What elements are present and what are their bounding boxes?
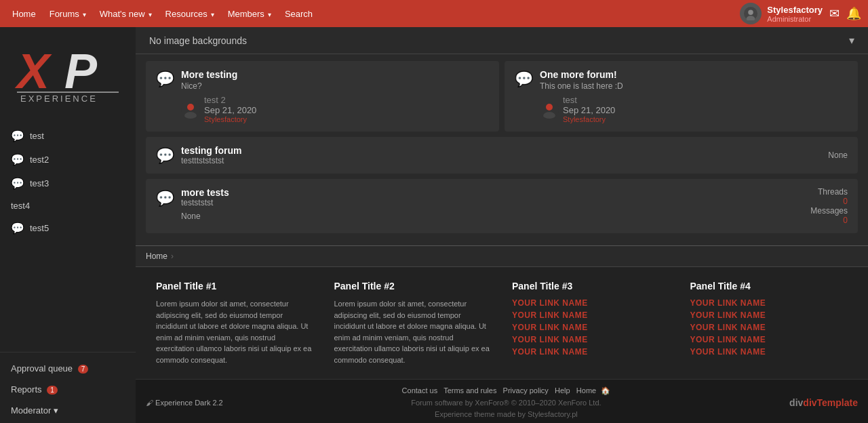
sidebar-item-test2[interactable]: 💬 test2	[0, 148, 136, 172]
forum-row-more-tests: 💬 more tests testststst None Threads 0 M…	[146, 179, 858, 233]
nav-home[interactable]: Home	[7, 0, 41, 27]
svg-text:EXPERIENCE: EXPERIENCE	[20, 94, 98, 104]
approval-badge: 7	[78, 365, 89, 374]
svg-rect-5	[17, 92, 119, 93]
last-by-1: Stylesfactory	[204, 115, 256, 123]
panel-3-link-1[interactable]: YOUR LINK NAME	[512, 298, 670, 308]
avatar-1	[181, 100, 200, 119]
svg-text:X: X	[14, 44, 52, 98]
panel-4-link-1[interactable]: YOUR LINK NAME	[690, 298, 848, 308]
user-avatar[interactable]	[740, 3, 762, 24]
sidebar-item-test[interactable]: 💬 test	[0, 124, 136, 148]
user-role: Administrator	[767, 15, 823, 23]
breadcrumb-home[interactable]: Home	[146, 251, 167, 261]
main-layout: X P EXPERIENCE 💬 test 💬 test2 💬 te	[0, 27, 868, 423]
nav-search[interactable]: Search	[279, 0, 318, 27]
forum-row-icon-more: 💬	[156, 190, 174, 207]
forum-row-desc-testing: testttstststst	[181, 156, 821, 165]
nav-right: Stylesfactory Administrator ✉ 🔔	[740, 3, 861, 24]
forum-row-title-testing[interactable]: testing forum	[181, 145, 821, 156]
sidebar-nav: 💬 test 💬 test2 💬 test3 test4 💬 test5	[0, 117, 136, 352]
svg-text:P: P	[64, 44, 98, 98]
forum-row-body-testing: testing forum testttstststst	[181, 145, 821, 165]
panel-4-link-5[interactable]: YOUR LINK NAME	[690, 347, 848, 357]
last-info-2: test Sep 21, 2020 Stylesfactory	[563, 95, 615, 123]
footer-home[interactable]: Home	[576, 386, 596, 395]
svg-point-1	[749, 9, 754, 15]
panel-4-link-3[interactable]: YOUR LINK NAME	[690, 323, 848, 332]
forum-grid: 💬 More testing Nice?	[146, 61, 858, 132]
svg-point-8	[187, 104, 194, 110]
sidebar-approval-queue[interactable]: Approval queue 7	[0, 358, 136, 379]
avatar-2	[540, 100, 559, 119]
forum-row-icon-testing: 💬	[156, 147, 174, 165]
paintbrush-icon: 🖌	[146, 399, 153, 407]
panel-text-2: Lorem ipsum dolor sit amet, consectetur …	[334, 298, 492, 365]
panel-3-link-5[interactable]: YOUR LINK NAME	[512, 347, 670, 357]
messages-icon[interactable]: ✉	[829, 6, 840, 21]
sidebar-icon-test5: 💬	[11, 222, 24, 235]
panel-3-link-3[interactable]: YOUR LINK NAME	[512, 323, 670, 332]
main-content: No image backgrounds ▾ 💬 More testing Ni…	[136, 27, 868, 423]
last-user-1: test 2	[204, 95, 256, 105]
forum-row-testing: 💬 testing forum testttstststst None	[146, 137, 858, 174]
forum-card-title-1[interactable]: More testing	[181, 69, 489, 80]
forum-row-none-more: None	[181, 212, 787, 221]
panel-2: Panel Title #2 Lorem ipsum dolor sit ame…	[324, 281, 502, 365]
forum-card-desc-1: Nice?	[181, 81, 489, 91]
last-user-2: test	[563, 95, 615, 105]
panel-4-link-4[interactable]: YOUR LINK NAME	[690, 335, 848, 344]
forum-card-1: 💬 More testing Nice?	[146, 61, 499, 132]
user-info: Stylesfactory Administrator	[740, 3, 823, 24]
banner-chevron-icon[interactable]: ▾	[849, 34, 854, 47]
sidebar-item-test5[interactable]: 💬 test5	[0, 216, 136, 240]
sidebar-icon-test3: 💬	[11, 177, 24, 190]
forum-section: 💬 More testing Nice?	[136, 54, 868, 245]
nav-forums[interactable]: Forums	[44, 0, 92, 27]
nav-resources[interactable]: Resources	[160, 0, 220, 27]
banner[interactable]: No image backgrounds ▾	[136, 27, 868, 54]
sidebar-reports[interactable]: Reports 1	[0, 379, 136, 400]
sidebar-item-test3[interactable]: 💬 test3	[0, 172, 136, 195]
svg-point-11	[546, 104, 553, 110]
footer-help[interactable]: Help	[555, 386, 570, 395]
breadcrumb-sep: ›	[171, 251, 174, 261]
notifications-icon[interactable]: 🔔	[846, 6, 861, 21]
panel-title-1: Panel Title #1	[156, 281, 314, 291]
sidebar: X P EXPERIENCE 💬 test 💬 test2 💬 te	[0, 27, 136, 423]
last-info-1: test 2 Sep 21, 2020 Stylesfactory	[204, 95, 256, 123]
forum-card-body-2: One more forum! This one is last here :D	[540, 69, 848, 123]
forum-card-body-1: More testing Nice? test	[181, 69, 489, 123]
nav-members[interactable]: Members	[222, 0, 277, 27]
theme-link[interactable]: Experience Dark 2.2	[155, 399, 223, 407]
footer-contact[interactable]: Contact us	[402, 386, 438, 395]
panel-3-link-4[interactable]: YOUR LINK NAME	[512, 335, 670, 344]
forum-row-body-more: more tests testststst None	[181, 187, 787, 221]
nav-whats-new[interactable]: What's new	[94, 0, 157, 27]
last-by-2: Stylesfactory	[563, 115, 615, 123]
panel-4-link-2[interactable]: YOUR LINK NAME	[690, 310, 848, 320]
footer-branding: divdivTemplate	[789, 397, 858, 408]
footer-privacy[interactable]: Privacy policy	[503, 386, 549, 395]
home-icon: 🏠	[601, 386, 610, 395]
threads-val: 0	[843, 197, 848, 206]
panel-title-4: Panel Title #4	[690, 281, 848, 291]
forum-row-title-more[interactable]: more tests	[181, 187, 787, 198]
sidebar-moderator[interactable]: Moderator ▾	[0, 400, 136, 421]
forum-row-status-testing: None	[828, 150, 848, 160]
sidebar-icon-test2: 💬	[11, 153, 24, 166]
footer-center: Contact us Terms and rules Privacy polic…	[402, 385, 611, 421]
forum-icon-2: 💬	[515, 70, 533, 88]
panel-title-2: Panel Title #2	[334, 281, 492, 291]
footer-terms[interactable]: Terms and rules	[443, 386, 496, 395]
sidebar-item-test4[interactable]: test4	[0, 195, 136, 216]
copyright-text: Forum software by XenForo® © 2010–2020 X…	[402, 397, 611, 409]
panel-text-1: Lorem ipsum dolor sit amet, consectetur …	[156, 298, 314, 365]
forum-card-title-2[interactable]: One more forum!	[540, 69, 848, 80]
forum-card-last-2: test Sep 21, 2020 Stylesfactory	[540, 95, 848, 123]
breadcrumb: Home ›	[136, 245, 868, 267]
panel-4: Panel Title #4 YOUR LINK NAME YOUR LINK …	[680, 281, 859, 365]
panel-3-link-2[interactable]: YOUR LINK NAME	[512, 310, 670, 320]
footer-panels: Panel Title #1 Lorem ipsum dolor sit ame…	[136, 267, 868, 379]
forum-card-last-1: test 2 Sep 21, 2020 Stylesfactory	[181, 95, 489, 123]
